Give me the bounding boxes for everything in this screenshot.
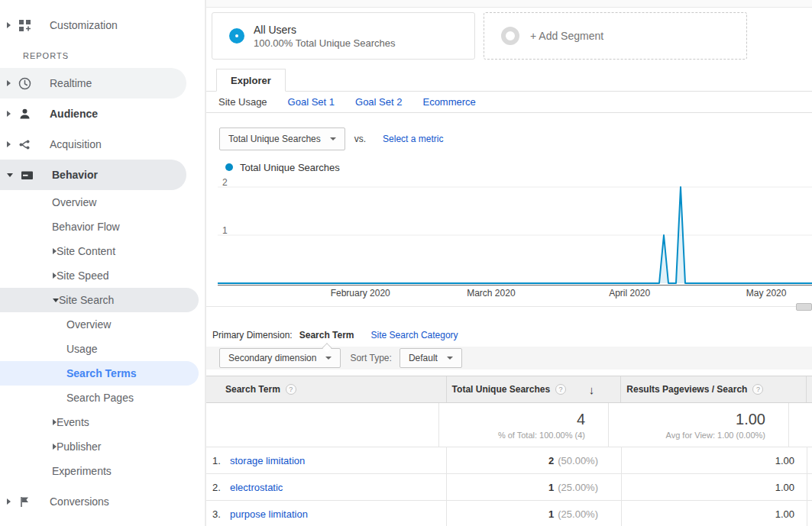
- sidebar-item-audience[interactable]: Audience: [0, 98, 186, 129]
- sidebar-item-label: Realtime: [50, 77, 92, 89]
- add-segment-button[interactable]: + Add Segment: [484, 12, 747, 60]
- add-segment-donut-icon: [501, 27, 519, 45]
- row-index: 1.: [212, 455, 223, 466]
- term-cell: 1. storage limitation: [206, 447, 446, 473]
- column-header-results-pageviews[interactable]: Results Pageviews / Search ?: [620, 376, 806, 402]
- help-icon[interactable]: ?: [555, 384, 566, 395]
- truncated-cell: [807, 474, 812, 500]
- select-a-metric-link[interactable]: Select a metric: [383, 134, 443, 144]
- dropdown-caret-icon: [330, 137, 336, 140]
- sidebar-item-site-speed[interactable]: Site Speed: [0, 263, 199, 288]
- legend-label: Total Unique Searches: [240, 162, 340, 173]
- sidebar-item-events[interactable]: Events: [0, 410, 199, 434]
- summary-empty-cell: [206, 403, 438, 447]
- chart-legend: Total Unique Searches: [225, 161, 812, 173]
- search-term-link[interactable]: purpose limitation: [230, 508, 308, 520]
- term-cell: 2. electrostatic: [206, 474, 446, 500]
- sort-type-label: Sort Type:: [350, 353, 391, 363]
- column-header-total-unique-searches[interactable]: Total Unique Searches ? ↓: [446, 376, 621, 402]
- sidebar-item-behavior-overview[interactable]: Overview: [0, 190, 199, 215]
- sort-type-dropdown[interactable]: Default: [400, 348, 462, 368]
- sidebar-item-label: Customization: [50, 19, 118, 31]
- sidebar-item-realtime[interactable]: Realtime: [0, 68, 186, 98]
- segment-subtitle: 100.00% Total Unique Searches: [254, 37, 396, 49]
- subtab-ecommerce[interactable]: Ecommerce: [422, 96, 475, 108]
- sidebar-item-site-content[interactable]: Site Content: [0, 239, 199, 263]
- tab-row: Explorer: [206, 69, 812, 92]
- sidebar-item-acquisition[interactable]: Acquisition: [0, 129, 186, 160]
- sidebar-item-label: Events: [57, 416, 89, 428]
- searches-pct: (25.00%): [558, 482, 598, 493]
- sidebar-item-label: Acquisition: [50, 138, 102, 150]
- table-toolbar: Secondary dimension Sort Type: Default: [206, 347, 812, 369]
- summary-total: 4: [577, 411, 585, 428]
- segment-bar: All Users 100.00% Total Unique Searches …: [206, 8, 812, 60]
- sidebar-item-label: Search Terms: [66, 367, 137, 379]
- column-header-search-term[interactable]: Search Term ?: [206, 376, 446, 402]
- column-header-percent-truncated[interactable]: %: [806, 376, 812, 402]
- segment-donut-icon: [229, 28, 244, 44]
- sidebar-item-conversions[interactable]: Conversions: [0, 486, 186, 517]
- sidebar-item-label: Site Search: [59, 294, 114, 306]
- table-row: 1. storage limitation 2 (50.00%) 1.00: [206, 447, 812, 474]
- sort-descending-icon[interactable]: ↓: [589, 383, 595, 396]
- segment-all-users[interactable]: All Users 100.00% Total Unique Searches: [212, 12, 475, 60]
- chevron-right-icon: [7, 141, 11, 147]
- search-term-link[interactable]: electrostatic: [230, 482, 283, 493]
- summary-pageviews-cell: 1.00 Avg for View: 1.00 (0.00%): [608, 403, 788, 447]
- chevron-right-icon: [7, 499, 11, 505]
- audience-icon: [18, 107, 31, 121]
- primary-dimension-site-search-category[interactable]: Site Search Category: [371, 330, 458, 340]
- column-header-label: Search Term: [225, 384, 280, 395]
- summary-pageviews: 1.00: [736, 411, 765, 428]
- timeseries-chart[interactable]: 12February 2020March 2020April 2020May 2…: [206, 174, 812, 303]
- customization-icon: [18, 18, 31, 32]
- sidebar-item-site-search-overview[interactable]: Overview: [0, 312, 199, 337]
- subtab-goal-set-1[interactable]: Goal Set 1: [288, 96, 335, 108]
- subtab-site-usage[interactable]: Site Usage: [218, 96, 267, 108]
- sidebar-item-usage[interactable]: Usage: [0, 337, 199, 361]
- sidebar-item-search-terms[interactable]: Search Terms: [0, 361, 199, 386]
- sidebar-item-publisher[interactable]: Publisher: [0, 434, 199, 459]
- segment-title: All Users: [254, 24, 396, 36]
- horizontal-scrollbar-thumb[interactable]: [796, 303, 812, 311]
- sidebar-item-behavior[interactable]: Behavior: [0, 160, 186, 190]
- pageviews-value: 1.00: [775, 482, 794, 493]
- sidebar-item-label: Overview: [66, 318, 111, 331]
- search-term-link[interactable]: storage limitation: [230, 455, 305, 466]
- subtab-goal-set-2[interactable]: Goal Set 2: [355, 96, 402, 108]
- truncated-cell: [807, 447, 812, 473]
- help-icon[interactable]: ?: [286, 384, 296, 395]
- pageviews-cell: 1.00: [621, 474, 807, 500]
- dropdown-caret-icon: [447, 357, 453, 360]
- secondary-dimension-label: Secondary dimension: [228, 353, 316, 363]
- sidebar-item-search-pages[interactable]: Search Pages: [0, 386, 199, 410]
- searches-value: 1: [548, 508, 554, 520]
- secondary-dimension-dropdown[interactable]: Secondary dimension: [219, 348, 341, 368]
- sidebar-item-experiments[interactable]: Experiments: [0, 459, 199, 483]
- svg-text:April 2020: April 2020: [609, 288, 650, 298]
- summary-avg: Avg for View: 1.00 (0.00%): [666, 431, 765, 440]
- pageviews-value: 1.00: [775, 455, 794, 466]
- svg-text:March 2020: March 2020: [467, 288, 516, 298]
- table-summary-row: 4 % of Total: 100.00% (4) 1.00 Avg for V…: [206, 403, 812, 447]
- svg-text:1: 1: [222, 225, 228, 236]
- sidebar-item-label: Site Speed: [57, 269, 109, 282]
- metric-select-dropdown[interactable]: Total Unique Searches: [219, 127, 345, 150]
- chevron-down-icon: [7, 173, 13, 177]
- svg-text:2: 2: [222, 177, 228, 188]
- primary-dimension-search-term[interactable]: Search Term: [299, 330, 354, 340]
- metric-select-value: Total Unique Searches: [228, 134, 321, 144]
- help-icon[interactable]: ?: [752, 384, 763, 395]
- summary-cell-truncated: [788, 403, 812, 447]
- sidebar-item-behavior-flow[interactable]: Behavior Flow: [0, 215, 199, 239]
- subtab-row: Site Usage Goal Set 1 Goal Set 2 Ecommer…: [206, 92, 812, 113]
- sidebar-item-label: Behavior Flow: [52, 221, 120, 233]
- primary-dimension-label: Primary Dimension:: [212, 330, 293, 340]
- sidebar-item-site-search[interactable]: Site Search: [0, 288, 199, 312]
- tab-explorer[interactable]: Explorer: [216, 69, 286, 92]
- table-row: 2. electrostatic 1 (25.00%) 1.00: [206, 474, 812, 501]
- chart-section: 12February 2020March 2020April 2020May 2…: [206, 174, 812, 307]
- sidebar-item-customization[interactable]: Customization: [0, 10, 186, 40]
- metric-bar: Total Unique Searches vs. Select a metri…: [206, 113, 812, 150]
